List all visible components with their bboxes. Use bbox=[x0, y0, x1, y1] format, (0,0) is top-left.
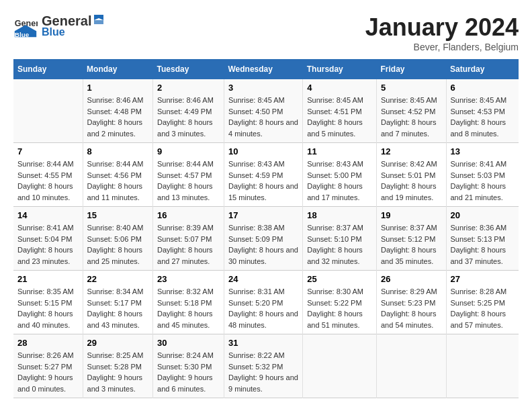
day-info: Sunrise: 8:45 AMSunset: 4:50 PMDaylight:… bbox=[228, 95, 298, 139]
day-info: Sunrise: 8:41 AMSunset: 5:03 PMDaylight:… bbox=[451, 158, 515, 203]
day-number: 15 bbox=[87, 210, 148, 220]
calendar-cell bbox=[376, 334, 446, 398]
day-info: Sunrise: 8:42 AMSunset: 5:01 PMDaylight:… bbox=[381, 158, 442, 203]
day-info: Sunrise: 8:24 AMSunset: 5:30 PMDaylight:… bbox=[157, 350, 220, 394]
calendar-cell: 7Sunrise: 8:44 AMSunset: 4:55 PMDaylight… bbox=[13, 143, 83, 207]
day-number: 12 bbox=[381, 146, 442, 156]
day-number: 4 bbox=[307, 83, 372, 93]
day-number: 18 bbox=[307, 210, 372, 220]
calendar-cell: 29Sunrise: 8:25 AMSunset: 5:28 PMDayligh… bbox=[83, 334, 152, 398]
day-number: 10 bbox=[228, 146, 298, 156]
day-number: 2 bbox=[157, 83, 220, 93]
day-number: 25 bbox=[307, 274, 372, 284]
day-number: 26 bbox=[381, 274, 442, 284]
header: General Blue General Blue January 2024 B… bbox=[13, 13, 519, 52]
calendar-cell: 13Sunrise: 8:41 AMSunset: 5:03 PMDayligh… bbox=[446, 143, 519, 207]
page-subtitle: Bever, Flanders, Belgium bbox=[365, 42, 519, 52]
calendar-cell: 9Sunrise: 8:44 AMSunset: 4:57 PMDaylight… bbox=[153, 143, 224, 207]
day-number: 23 bbox=[157, 274, 220, 284]
day-number: 14 bbox=[17, 210, 79, 220]
calendar-cell: 14Sunrise: 8:41 AMSunset: 5:04 PMDayligh… bbox=[13, 207, 83, 271]
day-info: Sunrise: 8:45 AMSunset: 4:53 PMDaylight:… bbox=[451, 95, 515, 139]
calendar-cell bbox=[13, 79, 83, 143]
header-day-wednesday: Wednesday bbox=[224, 59, 302, 79]
calendar-week-row: 28Sunrise: 8:26 AMSunset: 5:27 PMDayligh… bbox=[13, 334, 519, 398]
header-day-thursday: Thursday bbox=[303, 59, 377, 79]
calendar-week-row: 14Sunrise: 8:41 AMSunset: 5:04 PMDayligh… bbox=[13, 207, 519, 271]
day-info: Sunrise: 8:37 AMSunset: 5:12 PMDaylight:… bbox=[381, 222, 442, 267]
day-info: Sunrise: 8:26 AMSunset: 5:27 PMDaylight:… bbox=[17, 350, 79, 394]
calendar-cell: 24Sunrise: 8:31 AMSunset: 5:20 PMDayligh… bbox=[224, 271, 302, 334]
calendar-cell: 20Sunrise: 8:36 AMSunset: 5:13 PMDayligh… bbox=[446, 207, 519, 271]
calendar-cell: 18Sunrise: 8:37 AMSunset: 5:10 PMDayligh… bbox=[303, 207, 377, 271]
day-number: 3 bbox=[228, 83, 298, 93]
logo-icon: General Blue bbox=[13, 14, 38, 38]
svg-marker-3 bbox=[94, 15, 103, 20]
header-day-tuesday: Tuesday bbox=[153, 59, 224, 79]
header-day-sunday: Sunday bbox=[13, 59, 83, 79]
day-number: 13 bbox=[451, 146, 515, 156]
logo: General Blue General Blue bbox=[13, 13, 106, 38]
day-number: 16 bbox=[157, 210, 220, 220]
calendar-cell: 2Sunrise: 8:46 AMSunset: 4:49 PMDaylight… bbox=[153, 79, 224, 143]
day-number: 29 bbox=[87, 338, 148, 348]
calendar-cell: 1Sunrise: 8:46 AMSunset: 4:48 PMDaylight… bbox=[83, 79, 152, 143]
calendar-cell: 6Sunrise: 8:45 AMSunset: 4:53 PMDaylight… bbox=[446, 79, 519, 143]
day-number: 19 bbox=[381, 210, 442, 220]
calendar-cell: 19Sunrise: 8:37 AMSunset: 5:12 PMDayligh… bbox=[376, 207, 446, 271]
day-info: Sunrise: 8:40 AMSunset: 5:06 PMDaylight:… bbox=[87, 222, 148, 267]
day-info: Sunrise: 8:44 AMSunset: 4:55 PMDaylight:… bbox=[17, 158, 79, 203]
day-info: Sunrise: 8:43 AMSunset: 4:59 PMDaylight:… bbox=[228, 158, 298, 203]
day-number: 21 bbox=[17, 274, 79, 284]
day-info: Sunrise: 8:35 AMSunset: 5:15 PMDaylight:… bbox=[17, 286, 79, 330]
day-info: Sunrise: 8:37 AMSunset: 5:10 PMDaylight:… bbox=[307, 222, 372, 267]
calendar-cell bbox=[303, 334, 377, 398]
day-info: Sunrise: 8:45 AMSunset: 4:51 PMDaylight:… bbox=[307, 95, 372, 139]
day-number: 6 bbox=[451, 83, 515, 93]
calendar-cell: 5Sunrise: 8:45 AMSunset: 4:52 PMDaylight… bbox=[376, 79, 446, 143]
day-number: 8 bbox=[87, 146, 148, 156]
calendar-cell: 11Sunrise: 8:43 AMSunset: 5:00 PMDayligh… bbox=[303, 143, 377, 207]
calendar-cell: 21Sunrise: 8:35 AMSunset: 5:15 PMDayligh… bbox=[13, 271, 83, 334]
header-day-saturday: Saturday bbox=[446, 59, 519, 79]
day-info: Sunrise: 8:39 AMSunset: 5:07 PMDaylight:… bbox=[157, 222, 220, 267]
calendar-cell: 27Sunrise: 8:28 AMSunset: 5:25 PMDayligh… bbox=[446, 271, 519, 334]
day-info: Sunrise: 8:38 AMSunset: 5:09 PMDaylight:… bbox=[228, 222, 298, 267]
calendar-cell: 25Sunrise: 8:30 AMSunset: 5:22 PMDayligh… bbox=[303, 271, 377, 334]
day-number: 5 bbox=[381, 83, 442, 93]
calendar-cell: 23Sunrise: 8:32 AMSunset: 5:18 PMDayligh… bbox=[153, 271, 224, 334]
day-number: 17 bbox=[228, 210, 298, 220]
day-info: Sunrise: 8:30 AMSunset: 5:22 PMDaylight:… bbox=[307, 286, 372, 330]
calendar-cell: 4Sunrise: 8:45 AMSunset: 4:51 PMDaylight… bbox=[303, 79, 377, 143]
calendar-cell: 16Sunrise: 8:39 AMSunset: 5:07 PMDayligh… bbox=[153, 207, 224, 271]
calendar-table: SundayMondayTuesdayWednesdayThursdayFrid… bbox=[13, 59, 519, 398]
calendar-week-row: 1Sunrise: 8:46 AMSunset: 4:48 PMDaylight… bbox=[13, 79, 519, 143]
calendar-cell bbox=[446, 334, 519, 398]
calendar-cell: 31Sunrise: 8:22 AMSunset: 5:32 PMDayligh… bbox=[224, 334, 302, 398]
svg-rect-4 bbox=[94, 20, 103, 24]
day-info: Sunrise: 8:45 AMSunset: 4:52 PMDaylight:… bbox=[381, 95, 442, 139]
day-info: Sunrise: 8:46 AMSunset: 4:49 PMDaylight:… bbox=[157, 95, 220, 139]
day-info: Sunrise: 8:31 AMSunset: 5:20 PMDaylight:… bbox=[228, 286, 298, 330]
day-number: 7 bbox=[17, 146, 79, 156]
calendar-cell: 28Sunrise: 8:26 AMSunset: 5:27 PMDayligh… bbox=[13, 334, 83, 398]
day-number: 20 bbox=[451, 210, 515, 220]
title-area: January 2024 Bever, Flanders, Belgium bbox=[365, 13, 519, 52]
day-info: Sunrise: 8:46 AMSunset: 4:48 PMDaylight:… bbox=[87, 95, 148, 139]
day-number: 9 bbox=[157, 146, 220, 156]
header-day-friday: Friday bbox=[376, 59, 446, 79]
day-info: Sunrise: 8:34 AMSunset: 5:17 PMDaylight:… bbox=[87, 286, 148, 330]
page-title: January 2024 bbox=[365, 13, 519, 42]
day-number: 28 bbox=[17, 338, 79, 348]
day-info: Sunrise: 8:43 AMSunset: 5:00 PMDaylight:… bbox=[307, 158, 372, 203]
day-info: Sunrise: 8:22 AMSunset: 5:32 PMDaylight:… bbox=[228, 350, 298, 394]
day-number: 1 bbox=[87, 83, 148, 93]
svg-text:Blue: Blue bbox=[15, 31, 30, 38]
header-day-monday: Monday bbox=[83, 59, 152, 79]
day-info: Sunrise: 8:25 AMSunset: 5:28 PMDaylight:… bbox=[87, 350, 148, 394]
calendar-week-row: 21Sunrise: 8:35 AMSunset: 5:15 PMDayligh… bbox=[13, 271, 519, 334]
calendar-cell: 12Sunrise: 8:42 AMSunset: 5:01 PMDayligh… bbox=[376, 143, 446, 207]
calendar-cell: 15Sunrise: 8:40 AMSunset: 5:06 PMDayligh… bbox=[83, 207, 152, 271]
calendar-cell: 26Sunrise: 8:29 AMSunset: 5:23 PMDayligh… bbox=[376, 271, 446, 334]
day-info: Sunrise: 8:29 AMSunset: 5:23 PMDaylight:… bbox=[381, 286, 442, 330]
